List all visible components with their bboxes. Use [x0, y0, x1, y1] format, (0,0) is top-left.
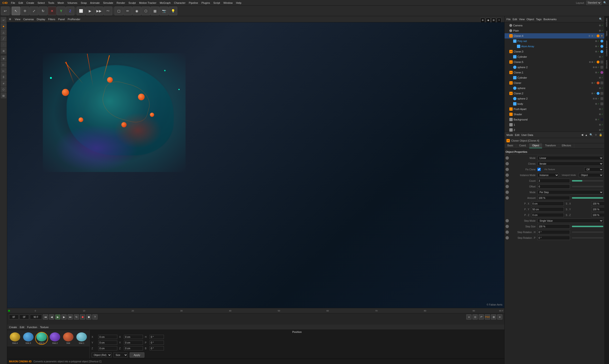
sz-input[interactable] — [591, 213, 604, 217]
rp-object[interactable]: Object — [526, 18, 534, 21]
sidebar-s-icon[interactable]: S — [1, 74, 6, 80]
pos-y-input[interactable] — [98, 340, 117, 345]
menu-pipeline[interactable]: Pipeline — [187, 1, 200, 5]
stepsize-input[interactable] — [537, 224, 570, 229]
rp-view[interactable]: View — [519, 18, 525, 21]
tree-item-mat2[interactable]: 2 ⊞ ✓ — [505, 127, 604, 132]
tree-item-sphere2a[interactable]: sphere 2 ⊞ ⊞ ✓ — [505, 65, 604, 70]
mode-dropdown[interactable]: Linear — [537, 156, 603, 160]
search-icon[interactable]: 🔍 — [602, 1, 608, 5]
tree-item-mat1[interactable]: 1 ⊞ ✓ — [505, 122, 604, 127]
timeline-extra2[interactable]: ⊞ — [491, 314, 496, 320]
vp-ctrl-3[interactable]: ⊞ — [491, 18, 496, 23]
vp-ctrl-4[interactable]: × — [497, 18, 501, 23]
material-mat2[interactable]: Mat.2 — [49, 332, 61, 344]
transform-mode-dropdown[interactable]: Object (Rel) — [92, 353, 111, 357]
menu-select[interactable]: Select — [36, 1, 46, 5]
end-frame-input[interactable] — [30, 315, 42, 319]
sx-input[interactable] — [591, 201, 604, 206]
attr-bookmark-icon[interactable]: ☆ — [595, 133, 597, 136]
menu-maxon-logo[interactable]: C4D — [1, 1, 9, 5]
select-tool[interactable]: ↖ — [12, 7, 20, 15]
vtab-attributes[interactable]: Attributes — [605, 16, 609, 29]
viewport-cameras[interactable]: Cameras — [23, 18, 34, 21]
viewport[interactable]: © Fabian Aerts — [7, 22, 504, 308]
viewport-display[interactable]: Display — [37, 18, 45, 21]
size-x-input[interactable] — [124, 335, 143, 339]
offset-slider[interactable] — [572, 186, 603, 187]
material-mat1[interactable]: Mat.1 — [76, 332, 87, 344]
scale-tool[interactable]: ⤢ — [30, 7, 38, 15]
timeline-extra3[interactable]: ≡ — [497, 314, 502, 320]
menu-script[interactable]: Script — [212, 1, 221, 5]
menu-tools[interactable]: Tools — [47, 1, 56, 5]
viewport-panel[interactable]: Panel — [58, 18, 65, 21]
sy-input[interactable] — [591, 207, 604, 211]
light-btn[interactable]: 💡 — [169, 7, 177, 15]
render-to-po[interactable]: PO — [104, 7, 112, 15]
stepsize-slider[interactable] — [572, 226, 603, 227]
tab-object[interactable]: Object — [529, 143, 542, 148]
tree-item-sphere2b[interactable]: sphere 2 ⊞ ⊞ ✓ — [505, 96, 604, 101]
move-tool[interactable]: ✛ — [21, 7, 29, 15]
tab-coord[interactable]: Coord. — [516, 143, 529, 148]
pos-x-input[interactable] — [98, 335, 117, 339]
vp-ctrl-2[interactable]: ◉ — [486, 18, 491, 23]
rot-p-input[interactable] — [150, 340, 164, 345]
render-view[interactable]: ▶ — [86, 7, 94, 15]
vtab-structure[interactable]: Structure — [605, 58, 609, 71]
tab-transform[interactable]: Transform — [542, 143, 559, 148]
menu-window[interactable]: Window — [222, 1, 234, 5]
mat-header-edit[interactable]: Edit — [20, 326, 24, 329]
size-y-input[interactable] — [124, 340, 143, 345]
tree-item-cloner3[interactable]: × Cloner.3 ⊞ ✓ — [505, 49, 604, 54]
material-mat3-blue[interactable]: Mat.3 — [22, 332, 34, 344]
render-all[interactable]: ▶▶ — [95, 7, 103, 15]
tree-item-pushapart[interactable]: Push Apart ⊞ ✓ — [505, 106, 604, 112]
menu-volumes[interactable]: Volumes — [66, 1, 79, 5]
viewportmode-dropdown[interactable]: Object — [579, 173, 603, 177]
menu-edit[interactable]: Edit — [17, 1, 25, 5]
checker-btn[interactable]: ▦ — [151, 7, 159, 15]
sidebar-model-mode[interactable]: ■ — [1, 23, 6, 29]
rp-file[interactable]: File — [506, 18, 511, 21]
sidebar-uv-mode[interactable]: ⊞ — [1, 48, 6, 54]
tree-item-polynet[interactable]: △ Poly net ⊞ ✓ — [505, 39, 604, 44]
rot-b-input[interactable] — [150, 346, 164, 351]
material-btn[interactable]: ◉ — [133, 7, 141, 15]
next-frame-btn[interactable]: ▶ — [61, 314, 67, 320]
menu-mesh[interactable]: Mesh — [56, 1, 65, 5]
rp-tags[interactable]: Tags — [536, 18, 541, 21]
menu-animate[interactable]: Animate — [89, 1, 101, 5]
material-mat[interactable]: Mat — [62, 332, 74, 344]
attr-nav-up[interactable]: ▲ — [585, 133, 588, 136]
autokey-btn[interactable]: ⊙ — [472, 314, 478, 320]
tab-effectors[interactable]: Effectors — [559, 143, 574, 148]
viewport-view[interactable]: View — [15, 18, 20, 21]
menu-file[interactable]: File — [10, 1, 17, 5]
attr-nav-left[interactable]: ◀ — [581, 133, 583, 136]
menu-render[interactable]: Render — [115, 1, 126, 5]
offset-input[interactable] — [537, 184, 570, 189]
steph-slider[interactable] — [572, 231, 603, 233]
count-slider[interactable] — [572, 180, 603, 182]
z-btn[interactable]: Z — [66, 7, 74, 15]
sidebar-tool4[interactable]: ⬡ — [1, 87, 6, 92]
menu-mograph[interactable]: MoGraph — [158, 1, 172, 5]
camera-btn[interactable]: 📷 — [160, 7, 168, 15]
tree-item-shader[interactable]: Shader ⊞ ✓ — [505, 112, 604, 117]
go-start-btn[interactable]: ⏮ — [43, 314, 48, 320]
viewport-menu-icon[interactable]: ⊞ — [9, 18, 11, 20]
size-z-input[interactable] — [124, 346, 143, 351]
rp-search-icon[interactable]: 🔍 — [599, 18, 602, 21]
layout-dropdown[interactable]: Standard — [586, 1, 601, 5]
pz-input[interactable] — [531, 213, 564, 217]
menu-help[interactable]: Help — [235, 1, 243, 5]
tree-item-plain[interactable]: Plain ⊞ ✓ — [505, 28, 604, 33]
tree-item-sphere1[interactable]: sphere ⊞ ✓ — [505, 86, 604, 91]
x-btn[interactable]: ✕ — [48, 7, 56, 15]
current-frame-display[interactable] — [19, 315, 29, 319]
fixclone-checkbox[interactable] — [537, 168, 541, 171]
sidebar-undo[interactable]: ↩ — [1, 17, 6, 23]
menu-plugins[interactable]: Plugins — [200, 1, 211, 5]
